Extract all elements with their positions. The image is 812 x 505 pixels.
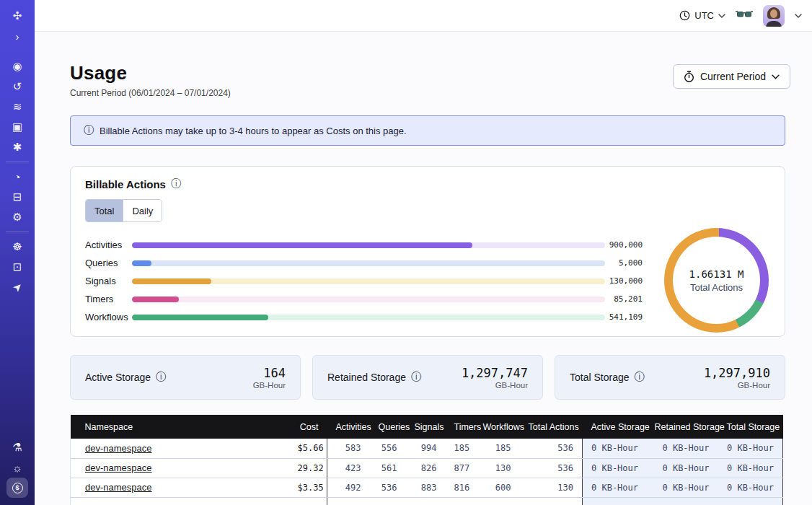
info-icon[interactable]: ⓘ	[171, 177, 181, 190]
bar-value: 130,000	[605, 276, 643, 286]
col-header-timers: Timers	[446, 415, 475, 439]
usage-layers-icon: ≋	[13, 100, 22, 113]
info-icon[interactable]: ⓘ	[635, 371, 645, 384]
feedback-glasses-button[interactable]	[736, 11, 753, 20]
sidebar-item-history[interactable]: ↺	[6, 76, 29, 97]
bar-row-signals: Signals130,000	[85, 272, 643, 290]
sidebar-item-billing[interactable]: ⊟	[6, 187, 29, 207]
sidebar-item-rocket[interactable]: ➤	[6, 277, 29, 297]
timezone-label: UTC	[694, 10, 714, 21]
sidebar-item-labs[interactable]: ⚗	[6, 437, 29, 457]
bar-row-queries: Queries5,000	[85, 254, 643, 272]
app-root: ✣›◉↺≋▣✱◔⊟⚙☸⊡➤⚗☼$ UTC	[0, 0, 812, 505]
col-header-signals: Signals	[406, 415, 446, 439]
page-subtitle: Current Period (06/01/2024 – 07/01/2024)	[70, 88, 231, 98]
billable-view-tabs: TotalDaily	[85, 199, 162, 222]
sidebar-item-pricing[interactable]: $	[6, 478, 28, 498]
donut-center: 1.66131 M Total Actions	[673, 237, 760, 324]
billable-actions-card: Billable Actions ⓘ TotalDaily Activities…	[70, 166, 785, 337]
info-icon[interactable]: ⓘ	[156, 371, 166, 384]
sidebar-divider	[6, 162, 29, 162]
bar-fill	[132, 260, 151, 266]
billable-actions-title: Billable Actions ⓘ	[85, 177, 181, 190]
sidebar-item-docs[interactable]: ⊡	[6, 257, 29, 277]
bar-fill	[132, 278, 211, 284]
bar-fill	[132, 315, 268, 320]
col-header-retained-storage: Retained Storage	[646, 415, 718, 439]
bar-value: 541,109	[605, 312, 643, 322]
info-icon[interactable]: ⓘ	[411, 371, 421, 384]
sidebar-item-metrics[interactable]: ◔	[6, 167, 29, 187]
bar-label: Timers	[85, 294, 132, 304]
tab-daily[interactable]: Daily	[123, 200, 162, 221]
billable-actions-banner: ⓘ Billable Actions may take up to 3-4 ho…	[70, 115, 785, 146]
stopwatch-icon	[684, 71, 694, 83]
storage-card-label: Retained Storageⓘ	[327, 371, 421, 384]
page-title: Usage	[70, 62, 231, 84]
tab-total[interactable]: Total	[86, 200, 123, 221]
chevron-down-icon	[772, 74, 780, 79]
settings-icon: ⚙	[12, 211, 22, 224]
account-menu-chevron-icon[interactable]	[795, 14, 802, 18]
period-selector-button[interactable]: Current Period	[673, 64, 790, 89]
col-header-active-storage: Active Storage	[583, 415, 646, 439]
docs-icon: ⊡	[13, 260, 22, 273]
table-row: dev-namespace$5.665835569941851855360 KB…	[71, 439, 783, 458]
bar-track	[132, 297, 605, 302]
bar-value: 5,000	[605, 258, 643, 268]
col-header-total-actions: Total Actions	[520, 415, 583, 439]
storage-card-unit: GB-Hour	[462, 381, 528, 390]
bar-value: 85,201	[605, 294, 643, 304]
bar-label: Workflows	[85, 312, 132, 322]
sidebar-item-deployments[interactable]: ▣	[6, 117, 29, 137]
namespaces-icon: ◉	[12, 60, 22, 73]
sidebar-item-theme[interactable]: ☼	[6, 457, 29, 478]
bar-fill	[132, 297, 179, 302]
avatar-face	[770, 9, 777, 18]
table-header-row: NamespaceCostActivitiesQueriesSignalsTim…	[71, 415, 783, 439]
billing-icon: ⊟	[13, 190, 22, 203]
main-content: Usage Current Period (06/01/2024 – 07/01…	[35, 32, 812, 505]
bar-row-activities: Activities900,000	[85, 236, 643, 254]
temporal-logo-icon: ✣	[13, 9, 22, 22]
col-header-total-storage: Total Storage	[718, 415, 783, 439]
namespace-usage-table: NamespaceCostActivitiesQueriesSignalsTim…	[70, 415, 782, 505]
pricing-icon: $	[12, 483, 23, 493]
col-header-activities: Activities	[327, 415, 370, 439]
chevron-down-icon	[718, 14, 725, 18]
bar-row-timers: Timers85,201	[85, 290, 643, 308]
namespace-link[interactable]: dev-namespace	[85, 443, 152, 454]
table-row: dev-namespace29.324235618268771305360 KB…	[71, 458, 783, 478]
nexus-icon: ✱	[13, 141, 22, 154]
storage-card-value: 1,297,747	[462, 366, 528, 380]
namespace-link[interactable]: dev-namespace	[85, 482, 152, 493]
user-avatar[interactable]	[763, 5, 785, 27]
labs-icon: ⚗	[12, 441, 22, 454]
sidebar-item-temporal-logo[interactable]: ✣	[6, 6, 29, 26]
table-row: dev-namespace$3.354925368838166001300 KB…	[71, 478, 783, 497]
sidebar-item-expand[interactable]: ›	[6, 26, 29, 46]
col-header-queries: Queries	[370, 415, 406, 439]
storage-card-label: Total Storageⓘ	[570, 371, 645, 384]
timezone-selector[interactable]: UTC	[679, 10, 725, 21]
table-row	[71, 497, 783, 505]
sidebar-item-nexus[interactable]: ✱	[6, 137, 29, 157]
donut-total-label: Total Actions	[690, 282, 743, 293]
storage-summary-row: Active Storageⓘ164GB-HourRetained Storag…	[70, 355, 785, 400]
bar-track	[132, 278, 605, 284]
storage-card-active-storage: Active Storageⓘ164GB-Hour	[70, 355, 301, 400]
metrics-icon: ◔	[14, 171, 20, 183]
namespace-link[interactable]: dev-namespace	[85, 462, 152, 473]
bar-label: Activities	[85, 240, 132, 250]
storage-card-unit: GB-Hour	[704, 381, 770, 390]
info-icon[interactable]: ⓘ	[84, 124, 94, 137]
sidebar-item-settings[interactable]: ⚙	[6, 207, 29, 227]
bar-track	[132, 260, 605, 266]
sidebar-item-usage-layers[interactable]: ≋	[6, 97, 29, 117]
col-header-cost: Cost	[289, 415, 327, 439]
sidebar-item-support[interactable]: ☸	[6, 237, 29, 257]
bar-value: 900,000	[605, 240, 643, 250]
bar-row-workflows: Workflows541,109	[85, 308, 643, 326]
sidebar-item-namespaces[interactable]: ◉	[6, 56, 29, 76]
bar-label: Queries	[85, 258, 132, 268]
